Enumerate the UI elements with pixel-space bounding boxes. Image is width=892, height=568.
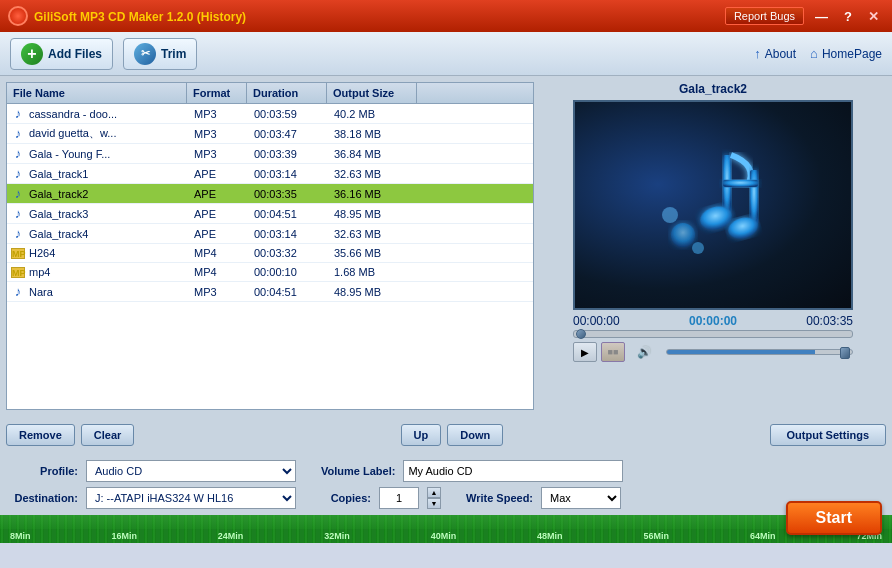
volume-slider[interactable] (666, 349, 853, 355)
volume-label-input[interactable] (403, 460, 623, 482)
row-name: cassandra - doo... (29, 108, 194, 120)
row-name: Nara (29, 286, 194, 298)
file-list-panel: File Name Format Duration Output Size ♪ … (6, 82, 534, 410)
remove-button[interactable]: Remove (6, 424, 75, 446)
preview-panel: Gala_track2 (540, 82, 886, 410)
close-button[interactable]: ✕ (863, 7, 884, 26)
progress-thumb[interactable] (576, 329, 586, 339)
trim-button[interactable]: ✂ Trim (123, 38, 197, 70)
play-button[interactable]: ▶ (573, 342, 597, 362)
table-row[interactable]: ♪ david guetta、w... MP3 00:03:47 38.18 M… (7, 124, 533, 144)
timeline-label-item: 56Min (644, 531, 670, 541)
row-size: 32.63 MB (334, 228, 424, 240)
row-duration: 00:03:35 (254, 188, 334, 200)
row-type-icon: ♪ (10, 284, 26, 299)
audio-icon: ♪ (15, 146, 22, 161)
homepage-link[interactable]: ⌂ HomePage (810, 46, 882, 61)
profile-label: Profile: (10, 465, 78, 477)
copies-input[interactable] (379, 487, 419, 509)
row-format: APE (194, 188, 254, 200)
row-duration: 00:03:14 (254, 168, 334, 180)
row-type-icon: ♪ (10, 146, 26, 161)
svg-rect-4 (723, 180, 758, 187)
table-row[interactable]: ♪ cassandra - doo... MP3 00:03:59 40.2 M… (7, 104, 533, 124)
header-format: Format (187, 83, 247, 103)
write-speed-select[interactable]: Max (541, 487, 621, 509)
row-duration: 00:03:59 (254, 108, 334, 120)
audio-icon: ♪ (15, 206, 22, 221)
row-type-icon: MP (10, 265, 26, 279)
help-button[interactable]: ? (839, 7, 857, 26)
row-duration: 00:04:51 (254, 208, 334, 220)
header-filename: File Name (7, 83, 187, 103)
app-logo-icon (8, 6, 28, 26)
destination-select[interactable]: J: --ATAPI iHAS324 W HL16 (86, 487, 296, 509)
row-name: Gala - Young F... (29, 148, 194, 160)
table-row[interactable]: ♪ Gala_track2 APE 00:03:35 36.16 MB (7, 184, 533, 204)
row-format: MP3 (194, 148, 254, 160)
table-row[interactable]: ♪ Gala - Young F... MP3 00:03:39 36.84 M… (7, 144, 533, 164)
row-name: Gala_track4 (29, 228, 194, 240)
audio-icon: ♪ (15, 226, 22, 241)
table-row[interactable]: ♪ Gala_track4 APE 00:03:14 32.63 MB (7, 224, 533, 244)
row-format: MP3 (194, 286, 254, 298)
add-files-button[interactable]: + Add Files (10, 38, 113, 70)
report-bugs-button[interactable]: Report Bugs (725, 7, 804, 25)
video-icon: MP (11, 248, 25, 259)
svg-point-7 (692, 242, 704, 254)
header-duration: Duration (247, 83, 327, 103)
row-name: Gala_track1 (29, 168, 194, 180)
copies-spinner[interactable]: ▲ ▼ (427, 487, 441, 509)
table-row[interactable]: MP mp4 MP4 00:00:10 1.68 MB (7, 263, 533, 282)
table-row[interactable]: ♪ Nara MP3 00:04:51 48.95 MB (7, 282, 533, 302)
audio-icon: ♪ (15, 106, 22, 121)
svg-point-5 (671, 223, 695, 247)
timeline-bar: 8Min16Min24Min32Min40Min48Min56Min64Min7… (0, 515, 892, 543)
audio-icon: ♪ (15, 166, 22, 181)
svg-point-6 (662, 207, 678, 223)
row-format: MP4 (194, 266, 254, 278)
row-type-icon: ♪ (10, 126, 26, 141)
stop-button[interactable]: ■■ (601, 342, 625, 362)
preview-progress-bar[interactable] (573, 330, 853, 338)
row-duration: 00:03:39 (254, 148, 334, 160)
window-controls: Report Bugs — ? ✕ (725, 7, 884, 26)
row-format: APE (194, 208, 254, 220)
row-name: mp4 (29, 266, 194, 278)
down-button[interactable]: Down (447, 424, 503, 446)
toolbar: + Add Files ✂ Trim ↑ About ⌂ HomePage (0, 32, 892, 76)
destination-select-wrapper: J: --ATAPI iHAS324 W HL16 (86, 487, 296, 509)
audio-icon: ♪ (15, 284, 22, 299)
row-name: david guetta、w... (29, 126, 194, 141)
row-size: 48.95 MB (334, 208, 424, 220)
trim-icon: ✂ (134, 43, 156, 65)
row-duration: 00:04:51 (254, 286, 334, 298)
profile-select[interactable]: Audio CD (86, 460, 296, 482)
clear-button[interactable]: Clear (81, 424, 135, 446)
copies-up-button[interactable]: ▲ (427, 487, 441, 498)
timeline-label-item: 64Min (750, 531, 776, 541)
about-link[interactable]: ↑ About (754, 46, 796, 61)
start-button[interactable]: Start (786, 501, 882, 535)
row-format: MP4 (194, 247, 254, 259)
row-size: 40.2 MB (334, 108, 424, 120)
copies-down-button[interactable]: ▼ (427, 498, 441, 509)
title-bar: GiliSoft MP3 CD Maker 1.2.0 (History) Re… (0, 0, 892, 32)
row-size: 1.68 MB (334, 266, 424, 278)
table-row[interactable]: ♪ Gala_track1 APE 00:03:14 32.63 MB (7, 164, 533, 184)
start-button-area: Start (786, 501, 882, 535)
music-note-graphic (648, 140, 778, 270)
row-type-icon: ♪ (10, 186, 26, 201)
table-row[interactable]: MP H264 MP4 00:03:32 35.66 MB (7, 244, 533, 263)
timeline-label-item: 48Min (537, 531, 563, 541)
settings-row-2: Destination: J: --ATAPI iHAS324 W HL16 C… (10, 487, 882, 509)
output-settings-button[interactable]: Output Settings (770, 424, 887, 446)
row-duration: 00:03:32 (254, 247, 334, 259)
up-button[interactable]: Up (401, 424, 442, 446)
row-format: APE (194, 228, 254, 240)
row-format: MP3 (194, 128, 254, 140)
row-size: 38.18 MB (334, 128, 424, 140)
home-icon: ⌂ (810, 46, 818, 61)
table-row[interactable]: ♪ Gala_track3 APE 00:04:51 48.95 MB (7, 204, 533, 224)
minimize-button[interactable]: — (810, 7, 833, 26)
